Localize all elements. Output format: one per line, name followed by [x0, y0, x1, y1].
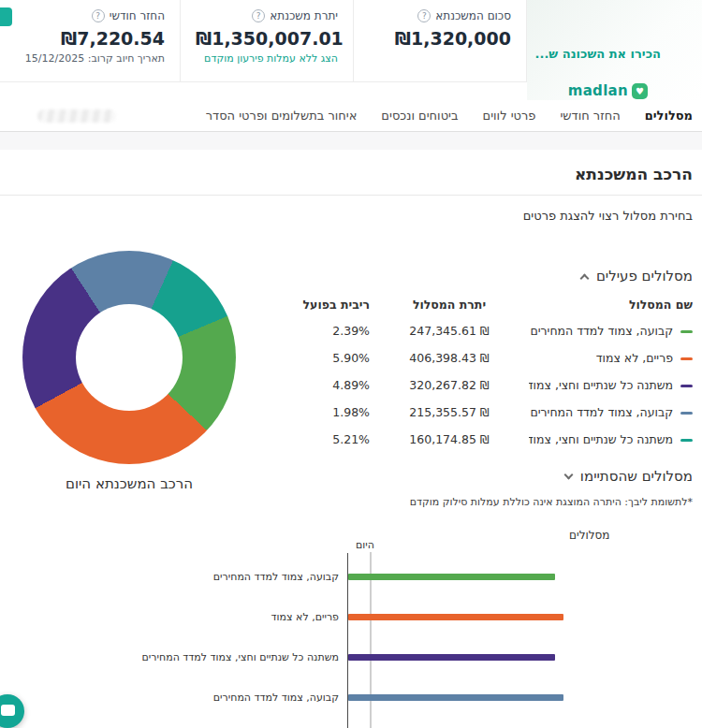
stat-monthly-payment-label: החזר חודשי	[110, 9, 165, 22]
track-balance: 215,355.57 ₪	[370, 405, 529, 419]
track-rate: 5.90%	[281, 351, 370, 365]
tab-insurance-assets[interactable]: ביטוחים ונכסים	[381, 109, 458, 123]
track-rate: 2.39%	[281, 324, 370, 338]
timeline-title: מסלולים	[569, 529, 610, 542]
table-row[interactable]: משתנה כל שנתיים וחצי, צמוד למדד המחירים …	[281, 426, 693, 453]
ended-tracks-label: מסלולים שהסתיימו	[580, 468, 693, 485]
show-without-fees-link[interactable]: הצג ללא עמלות פירעון מוקדם	[204, 52, 338, 65]
help-icon[interactable]: ?	[417, 9, 431, 22]
track-color-dash	[680, 439, 693, 442]
stat-mortgage-balance: יתרת משכנתא ? ₪1,350,007.01 הצג ללא עמלו…	[181, 0, 354, 82]
stat-mortgage-amount-label: סכום המשכנתא	[435, 9, 511, 22]
track-name: משתנה כל שנתיים וחצי, צמוד למדד המחירים	[529, 378, 673, 392]
chevron-up-icon	[579, 273, 589, 283]
page-title: הרכב המשכנתא	[9, 165, 693, 183]
stats-header: הכירו את השכונה ש... ♥ madlan סכום המשכנ…	[0, 0, 702, 100]
table-row[interactable]: קבועה, צמוד למדד המחירים 247,345.61 ₪ 2.…	[281, 317, 693, 344]
timeline-row: פריים, לא צמוד	[9, 597, 693, 637]
timeline-chart: מסלולים היום קבועה, צמוד למדד המחירים פר…	[9, 527, 693, 728]
track-color-dash	[680, 412, 693, 415]
timeline-bar[interactable]	[348, 654, 555, 661]
track-rate: 4.89%	[281, 378, 370, 392]
disclaimer-note: *לתשומת ליבך: היתרה המוצגת אינה כוללת עמ…	[281, 496, 693, 508]
promo-banner: הכירו את השכונה ש... ♥ madlan	[527, 0, 702, 100]
side-widget-tab[interactable]	[0, 7, 12, 26]
timeline-row: משתנה כל שנתיים וחצי, צמוד למדד המחירים	[9, 637, 693, 677]
table-row[interactable]: קבועה, צמוד למדד המחירים 215,355.57 ₪ 1.…	[281, 399, 693, 426]
timeline-rows: קבועה, צמוד למדד המחירים פריים, לא צמוד …	[9, 557, 693, 728]
stat-mortgage-balance-value: ₪1,350,007.01	[196, 28, 338, 49]
track-balance: 406,398.43 ₪	[370, 351, 529, 365]
help-icon[interactable]: ?	[92, 9, 105, 22]
track-color-dash	[680, 357, 693, 360]
next-charge-date: תאריך חיוב קרוב: 15/12/2025	[15, 52, 165, 65]
track-name: פריים, לא צמוד	[596, 351, 673, 365]
composition-row: מסלולים פעילים שם המסלול יתרת המסלול ריב…	[9, 243, 693, 508]
timeline-row: קבועה, צמוד למדד המחירים	[9, 557, 693, 597]
timeline-row: משתנה כל שנתיים וחצי, צמוד למדד המחירים	[9, 718, 693, 728]
timeline-bar[interactable]	[348, 694, 563, 701]
timeline-track-label: קבועה, צמוד למדד המחירים	[9, 571, 348, 583]
timeline-track-label: קבועה, צמוד למדד המחירים	[9, 692, 348, 704]
stat-mortgage-amount: סכום המשכנתא ? ₪1,320,000	[354, 0, 527, 82]
table-row[interactable]: משתנה כל שנתיים וחצי, צמוד למדד המחירים …	[281, 371, 693, 399]
tracks-table: שם המסלול יתרת המסלול ריבית בפועל קבועה,…	[281, 298, 693, 453]
donut-caption: הרכב המשכנתא היום	[22, 475, 236, 492]
stat-monthly-payment: החזר חודשי ? ₪7,220.54 תאריך חיוב קרוב: …	[0, 0, 181, 82]
track-name: קבועה, צמוד למדד המחירים	[530, 324, 673, 338]
main-nav: מסלולים החזר חודשי פרטי לווים ביטוחים ונ…	[0, 100, 702, 132]
donut-panel: הרכב המשכנתא היום	[9, 243, 281, 492]
track-rate: 1.98%	[281, 405, 370, 419]
donut-chart[interactable]	[22, 251, 236, 464]
madlan-logo-text: madlan	[568, 82, 628, 99]
track-name: קבועה, צמוד למדד המחירים	[530, 405, 673, 419]
mortgage-composition-card: הרכב המשכנתא בחירת מסלול רצוי להצגת פרטי…	[0, 150, 702, 728]
divider	[0, 195, 702, 196]
tracks-table-header: שם המסלול יתרת המסלול ריבית בפועל	[281, 298, 693, 317]
today-label: היום	[356, 539, 374, 551]
timeline-bar[interactable]	[348, 614, 563, 620]
tab-late-payments[interactable]: איחור בתשלומים ופרטי הסדר	[206, 109, 358, 123]
chevron-down-icon	[563, 470, 573, 479]
table-row[interactable]: פריים, לא צמוד 406,398.43 ₪ 5.90%	[281, 344, 693, 371]
promo-text[interactable]: הכירו את השכונה ש...	[528, 47, 661, 61]
help-icon[interactable]: ?	[252, 9, 265, 22]
track-color-dash	[680, 385, 693, 387]
track-balance: 160,174.85 ₪	[370, 432, 529, 446]
header-track-balance: יתרת המסלול	[370, 298, 529, 312]
tab-tracks[interactable]: מסלולים	[645, 109, 693, 123]
spacer	[0, 132, 702, 150]
active-tracks-toggle[interactable]: מסלולים פעילים	[581, 268, 693, 284]
track-rate: 5.21%	[281, 432, 370, 446]
stat-mortgage-balance-label: יתרת משכנתא	[270, 9, 338, 22]
madlan-logo[interactable]: ♥ madlan	[568, 82, 648, 99]
header-track-name: שם המסלול	[529, 298, 693, 312]
stat-mortgage-amount-value: ₪1,320,000	[369, 28, 511, 49]
timeline-track-label: משתנה כל שנתיים וחצי, צמוד למדד המחירים	[9, 651, 348, 663]
track-color-dash	[680, 330, 693, 333]
tracks-panel: מסלולים פעילים שם המסלול יתרת המסלול ריב…	[281, 243, 693, 508]
watermark	[37, 109, 116, 123]
stat-monthly-payment-value: ₪7,220.54	[15, 28, 165, 49]
track-balance: 320,267.82 ₪	[370, 378, 529, 392]
header-actual-rate: ריבית בפועל	[281, 298, 370, 312]
page: הכירו את השכונה ש... ♥ madlan סכום המשכנ…	[0, 0, 702, 728]
timeline-row: קבועה, צמוד למדד המחירים	[9, 677, 693, 718]
ended-tracks-toggle[interactable]: מסלולים שהסתיימו	[565, 468, 693, 485]
track-name: משתנה כל שנתיים וחצי, צמוד למדד המחירים	[529, 432, 673, 446]
timeline-bar[interactable]	[348, 574, 555, 580]
subtitle: בחירת מסלול רצוי להצגת פרטים	[9, 209, 693, 223]
madlan-heart-icon: ♥	[632, 83, 648, 99]
track-balance: 247,345.61 ₪	[370, 324, 529, 338]
active-tracks-label: מסלולים פעילים	[596, 268, 693, 284]
timeline-track-label: פריים, לא צמוד	[9, 611, 348, 623]
tab-monthly-payment[interactable]: החזר חודשי	[560, 109, 620, 123]
tab-borrower-details[interactable]: פרטי לווים	[483, 109, 536, 123]
